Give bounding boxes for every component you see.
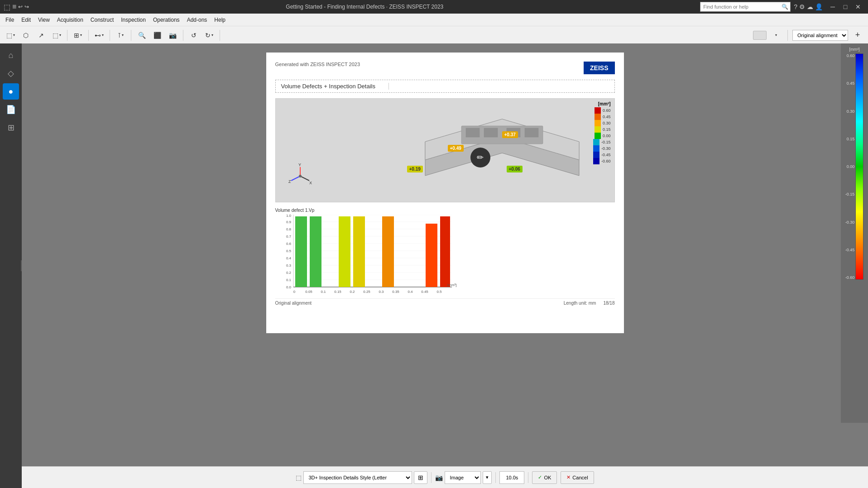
svg-text:0: 0 [293,290,295,294]
toolbar-color-dropdown[interactable]: ▾ [769,29,783,42]
svg-text:0.3: 0.3 [379,290,384,294]
maximize-button[interactable]: □ [839,0,852,14]
cancel-label: Cancel [572,475,588,480]
toolbar-search-btn[interactable]: 🔍 [135,29,149,42]
sidebar-item-home[interactable]: ⌂ [3,47,19,63]
sidebar-item-inspection[interactable]: ● [3,83,19,100]
toolbar-btn-3[interactable]: ↗ [34,29,48,42]
report-area: Generated with ZEISS INSPECT 2023 ZEISS … [22,43,868,466]
defect-label-049: +0.49 [448,145,464,152]
footer-right: Length unit: mm 18/18 [564,301,615,306]
svg-rect-6 [484,128,498,137]
toolbar-refresh-btn[interactable]: ↺ [187,29,201,42]
arrow-icon: ▾ [13,33,15,37]
toolbar-sep-5 [183,30,183,41]
bottom-sep-2 [495,472,496,483]
arrow7-icon: ▾ [775,33,777,37]
edit-overlay-button[interactable]: ✏ [470,148,490,167]
image-extra-button[interactable]: ▾ [483,471,492,484]
image-select[interactable]: Image [445,471,481,484]
toolbar-sep-6 [220,30,220,41]
menu-view[interactable]: View [34,15,53,25]
menu-edit[interactable]: Edit [18,15,34,25]
toolbar-btn-2[interactable]: ⬡ [19,29,33,42]
left-sidebar: ⌂ ◇ ● 📄 ⊞ › [0,43,22,488]
zeiss-logo: ZEISS [584,62,614,74]
toolbar-btn-8[interactable]: ⬛ [150,29,164,42]
user-icon[interactable]: 👤 [815,3,823,10]
3d-icon: ⬚ [296,474,302,481]
cloud-icon[interactable]: ☁ [807,3,813,10]
menu-operations[interactable]: Operations [149,15,183,25]
menu-inspection[interactable]: Inspection [117,15,149,25]
toolbar-add-btn[interactable]: + [851,29,864,42]
toolbar-btn-6[interactable]: ⊷ ▾ [92,29,106,42]
svg-rect-40 [310,216,321,287]
align-icon: ⊞ [74,32,79,39]
toolbar-color-btn[interactable] [753,31,767,40]
svg-text:Y: Y [298,163,301,167]
menu-help[interactable]: Help [211,15,229,25]
filter-icon: ⊺ [118,32,121,39]
toolbar-btn-1[interactable]: ⬚ ▾ [4,29,17,42]
bottom-toolbar: ⬚ 3D+ Inspection Details Style (Letter ⊞… [22,466,868,488]
toolbar-btn-9[interactable]: ↻ ▾ [202,29,216,42]
sidebar-item-shape[interactable]: ◇ [3,65,19,81]
report-footer: Original alignment Length unit: mm 18/18 [275,298,615,306]
report-header: Generated with ZEISS INSPECT 2023 ZEISS [275,62,615,74]
redo-icon[interactable]: ↪ [24,4,29,10]
chart-area: Volume defect 1.Vp 0.0 0.1 0.2 0.3 0.4 0… [275,208,615,298]
sidebar-item-document[interactable]: 📄 [3,101,19,118]
export-icon: ↗ [38,32,44,39]
menu-construct[interactable]: Construct [87,15,117,25]
toolbar-btn-7[interactable]: ⊺ ▾ [114,29,127,42]
bottom-sep-1 [431,472,432,483]
color-gradient-bar [855,53,863,280]
svg-text:0.6: 0.6 [286,242,291,246]
report-title-bar: Volume Defects + Inspection Details [275,80,615,93]
menu-icon: ≡ [12,3,16,11]
svg-text:0.45: 0.45 [421,290,428,294]
svg-rect-41 [339,216,350,287]
svg-point-15 [299,175,302,177]
title-bar: ⬚ ≡ ↩ ↪ Getting Started - Finding Intern… [0,0,868,14]
svg-line-11 [291,176,300,181]
3d-model-svg [389,105,615,196]
undo-icon[interactable]: ↩ [18,4,23,10]
axis-indicator: Y Z X [287,163,314,191]
cancel-button[interactable]: ✕ Cancel [561,471,594,484]
main-content: Generated with ZEISS INSPECT 2023 ZEISS … [22,43,868,488]
svg-text:0.9: 0.9 [286,220,291,224]
svg-text:0.2: 0.2 [286,271,291,275]
chart-svg: 0.0 0.1 0.2 0.3 0.4 0.5 0.6 0.7 0.8 0.9 … [275,215,456,298]
toolbar-btn-4[interactable]: ⬚ ▾ [50,29,63,42]
time-input[interactable]: 10.0s [499,471,524,484]
cancel-x-icon: ✕ [566,474,571,480]
camera-icon: 📷 [169,32,177,39]
window-controls: ─ □ ✕ [826,0,864,14]
alignment-select[interactable]: Original alignment [792,30,848,41]
settings-icon[interactable]: ⚙ [799,3,805,10]
style-select[interactable]: 3D+ Inspection Details Style (Letter [303,471,412,484]
generated-text: Generated with ZEISS INSPECT 2023 [275,62,360,67]
svg-text:0.5: 0.5 [436,290,442,294]
search-input[interactable] [700,2,791,12]
table-layout-button[interactable]: ⊞ [414,471,427,484]
toolbar-btn-5[interactable]: ⊞ ▾ [71,29,85,42]
sidebar-item-grid[interactable]: ⊞ [3,120,19,136]
close-button[interactable]: ✕ [852,0,864,14]
footer-length-unit: Length unit: mm [564,301,596,306]
help-icon[interactable]: ? [794,3,797,10]
menu-acquisition[interactable]: Acquisition [53,15,87,25]
menu-addons[interactable]: Add-ons [183,15,211,25]
report-title-part2 [394,83,609,90]
toolbar-screenshot-btn[interactable]: 📷 [166,29,179,42]
box-icon: ⬛ [153,32,161,39]
minimize-button[interactable]: ─ [826,0,839,14]
svg-rect-45 [426,224,437,287]
svg-text:0.4: 0.4 [286,256,291,260]
svg-text:0.15: 0.15 [334,290,341,294]
menu-file[interactable]: File [2,15,18,25]
ok-button[interactable]: ✓ OK [532,471,557,484]
defect-label-037: +0.37 [502,131,518,138]
